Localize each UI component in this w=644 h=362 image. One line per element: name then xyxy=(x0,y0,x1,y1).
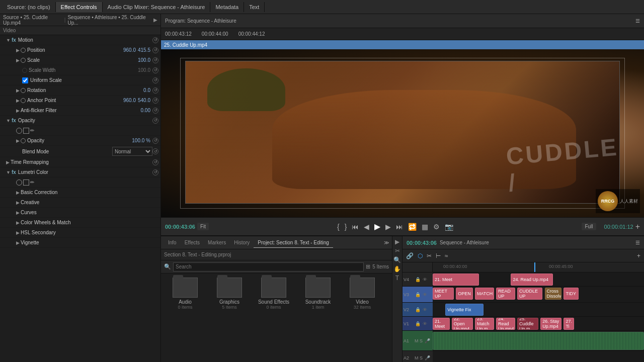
tab-metadata[interactable]: Metadata xyxy=(210,2,244,12)
scale-row[interactable]: ▶ Scale 100.0 ↺ xyxy=(0,55,160,65)
tool-select-btn[interactable]: ▶ xyxy=(395,238,399,245)
monitor-step-back-btn[interactable]: ◀ xyxy=(362,222,371,232)
blend-mode-reset-btn[interactable]: ↺ xyxy=(152,148,158,154)
anti-flicker-row[interactable]: ▶ Anti-flicker Filter 0.00 ↺ xyxy=(0,106,160,116)
lumetri-color-row[interactable]: ▼ fx Lumetri Color ↺ xyxy=(0,167,160,177)
program-monitor-menu-icon[interactable]: ☰ xyxy=(635,18,640,24)
track-v2-eye-btn[interactable]: 👁 xyxy=(422,307,428,313)
clip-v1-25cuddle[interactable]: 25. Cuddle Up.m xyxy=(517,318,538,330)
time-remapping-row[interactable]: ▶ Time Remapping ↺ xyxy=(0,157,160,167)
tl-add-track-btn[interactable]: + xyxy=(635,251,642,260)
project-panel-menu-icon[interactable]: ≫ xyxy=(384,240,389,245)
uniform-scale-reset-btn[interactable]: ↺ xyxy=(152,77,158,83)
vignette-row[interactable]: ▶ Vignette xyxy=(0,238,160,248)
rotation-reset-btn[interactable]: ↺ xyxy=(152,87,158,94)
track-v4-eye-btn[interactable]: 👁 xyxy=(422,277,428,283)
scale-width-row[interactable]: Scale Width 100.0 ↺ xyxy=(0,65,160,75)
opacity-value-row[interactable]: ▶ Opacity 100.0 % ↺ xyxy=(0,136,160,146)
timeline-menu-icon[interactable]: ☰ xyxy=(635,240,640,245)
basic-correction-row[interactable]: ▶ Basic Correction xyxy=(0,188,160,198)
clip-v4-24read[interactable]: 24. Read Up.mp4 xyxy=(511,274,553,286)
project-folder-graphics[interactable]: Graphics 5 Items xyxy=(209,278,250,362)
monitor-loop-btn[interactable]: 🔁 xyxy=(407,222,418,232)
project-view-icon[interactable]: ⊞ xyxy=(366,263,370,270)
opacity-value-reset-btn[interactable]: ↺ xyxy=(152,138,158,144)
opacity-reset-btn[interactable]: ↺ xyxy=(152,118,158,124)
blend-mode-select[interactable]: Normal xyxy=(112,147,152,156)
tool-razor-btn[interactable]: ✂ xyxy=(395,247,400,254)
track-v1-eye-btn[interactable]: 👁 xyxy=(422,321,428,327)
time-remapping-reset-btn[interactable]: ↺ xyxy=(152,159,158,165)
anchor-point-row[interactable]: ▶ Anchor Point 960.0 540.0 ↺ xyxy=(0,96,160,106)
position-y-value[interactable]: 415.5 xyxy=(138,47,150,53)
project-folder-audio[interactable]: Audio 0 items xyxy=(165,278,205,362)
rotation-row[interactable]: ▶ Rotation 0.0 ↺ xyxy=(0,85,160,96)
clip-a1-audio[interactable] xyxy=(433,332,644,350)
clip-v3-dissolve[interactable]: Cross Dissolve xyxy=(545,288,562,300)
opacity-pen-icon[interactable]: ✏ xyxy=(30,128,34,133)
motion-row[interactable]: ▼ fx Motion ↺ xyxy=(0,35,160,45)
tab-effects[interactable]: Effects xyxy=(181,238,204,248)
clip-v1-27ti[interactable]: 27. Ti xyxy=(564,318,574,330)
time-remapping-expand-icon[interactable]: ▶ xyxy=(6,160,10,165)
tool-text-btn[interactable]: T xyxy=(395,275,399,282)
project-search-input[interactable] xyxy=(173,262,364,272)
clip-v4-21meet[interactable]: 21. Meet xyxy=(433,274,479,286)
anti-flicker-reset-btn[interactable]: ↺ xyxy=(152,108,158,114)
lumetri-reset-btn[interactable]: ↺ xyxy=(152,169,158,175)
position-row[interactable]: ▶ Position 960.0 415.5 ↺ xyxy=(0,45,160,55)
creative-row[interactable]: ▶ Creative xyxy=(0,198,160,208)
anchor-point-x-value[interactable]: 960.0 xyxy=(123,98,136,103)
anchor-point-reset-btn[interactable]: ↺ xyxy=(152,98,158,104)
monitor-go-to-in-btn[interactable]: ⏮ xyxy=(350,222,360,232)
hsl-expand-icon[interactable]: ▶ xyxy=(16,230,20,235)
clip-v3-tidy[interactable]: TIDY xyxy=(564,288,578,300)
anti-flicker-expand-icon[interactable]: ▶ xyxy=(16,108,20,113)
monitor-go-to-out-btn[interactable]: ⏭ xyxy=(394,222,405,232)
opacity-value-expand-icon[interactable]: ▶ xyxy=(16,138,20,143)
tool-hand-btn[interactable]: ✋ xyxy=(393,265,401,273)
project-folder-soundtrack[interactable]: Soundtrack 1 item xyxy=(298,278,338,362)
track-v4-lock-btn[interactable]: 🔒 xyxy=(415,277,421,283)
position-x-value[interactable]: 960.0 xyxy=(123,47,136,53)
scale-width-reset-btn[interactable]: ↺ xyxy=(152,67,158,73)
basic-correction-expand-icon[interactable]: ▶ xyxy=(16,190,20,195)
monitor-fit-btn[interactable]: Fit xyxy=(197,223,209,230)
rotation-expand-icon[interactable]: ▶ xyxy=(16,88,20,93)
lumetri-pen-icon[interactable]: ✏ xyxy=(30,179,34,185)
tl-link-btn[interactable]: 🔗 xyxy=(405,251,415,260)
monitor-add-btn[interactable]: + xyxy=(635,222,640,231)
track-v3-eye-btn[interactable]: 👁 xyxy=(422,292,428,298)
clip-v1-21meet[interactable]: 21. Meet xyxy=(433,318,450,330)
scale-reset-btn[interactable]: ↺ xyxy=(152,57,158,63)
scale-width-value[interactable]: 100.0 xyxy=(138,67,150,73)
color-wheels-row[interactable]: ▶ Color Wheels & Match xyxy=(0,218,160,228)
clip-v1-23match[interactable]: 23. Match Up.m xyxy=(475,318,494,330)
clip-v3-cuddleup[interactable]: CUDDLE UP xyxy=(517,288,542,300)
track-v3-lock-btn[interactable]: 🔒 xyxy=(415,292,421,298)
blend-mode-row[interactable]: Blend Mode Normal ↺ xyxy=(0,146,160,157)
video-preview-frame[interactable]: CUDDLE/ RRCG 人人素材 xyxy=(161,49,644,217)
tl-razor-tool-btn[interactable]: ✂ xyxy=(425,251,433,260)
clip-v3-readup[interactable]: READ UP xyxy=(496,288,515,300)
opacity-expand-icon[interactable]: ▼ xyxy=(6,118,11,123)
monitor-mark-out-btn[interactable]: } xyxy=(343,222,349,232)
clip-v1-22open[interactable]: 22. Open Up.mp4 xyxy=(452,318,473,330)
motion-expand-icon[interactable]: ▼ xyxy=(6,38,11,43)
tab-info[interactable]: Info xyxy=(164,238,181,248)
vignette-expand-icon[interactable]: ▶ xyxy=(16,240,20,245)
clip-v2-vignette[interactable]: Vignette Fix xyxy=(445,304,484,316)
clip-v3-meetup[interactable]: MEET UP xyxy=(433,288,454,300)
monitor-camera-btn[interactable]: 📷 xyxy=(443,222,455,232)
anti-flicker-value[interactable]: 0.00 xyxy=(141,108,150,113)
curves-expand-icon[interactable]: ▶ xyxy=(16,210,20,215)
monitor-play-btn[interactable]: ▶ xyxy=(373,221,382,232)
anchor-point-expand-icon[interactable]: ▶ xyxy=(16,98,20,103)
opacity-percent-value[interactable]: 100.0 % xyxy=(132,138,150,143)
position-reset-btn[interactable]: ↺ xyxy=(152,47,158,53)
tab-source[interactable]: Source: (no clips) xyxy=(2,2,56,12)
motion-reset-btn[interactable]: ↺ xyxy=(152,37,158,43)
position-expand-icon[interactable]: ▶ xyxy=(16,48,20,53)
clip-v3-match[interactable]: MATCH xyxy=(475,288,494,300)
monitor-safe-margin-btn[interactable]: ▦ xyxy=(420,222,430,232)
